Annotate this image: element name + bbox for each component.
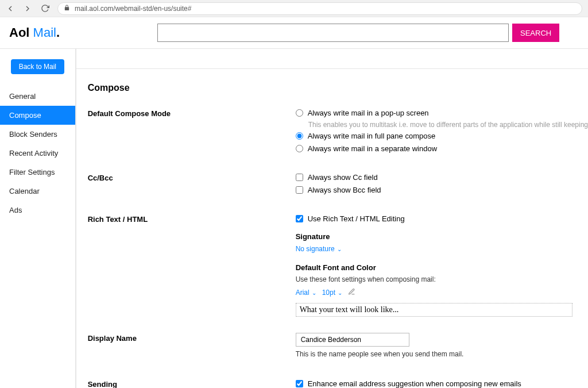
checkbox-enhance-suggestion[interactable]: Enhance email address suggestion when co… bbox=[296, 379, 588, 388]
sidebar-item-block-senders[interactable]: Block Senders bbox=[0, 125, 75, 144]
row-display-name: Display Name This is the name people see… bbox=[88, 333, 588, 363]
browser-toolbar: mail.aol.com/webmail-std/en-us/suite# bbox=[0, 0, 588, 17]
radio-popup-screen[interactable]: Always write mail in a pop-up screen bbox=[296, 108, 588, 118]
signature-heading: Signature bbox=[296, 232, 588, 241]
checkbox-show-bcc[interactable]: Always show Bcc field bbox=[296, 185, 588, 195]
label-ccbcc: Cc/Bcc bbox=[88, 172, 296, 198]
radio-full-pane[interactable]: Always write mail in full pane compose bbox=[296, 131, 588, 141]
display-name-desc: This is the name people see when you sen… bbox=[296, 350, 588, 358]
label-compose-mode: Default Compose Mode bbox=[88, 108, 296, 156]
radio-full-pane-input[interactable] bbox=[296, 132, 303, 140]
url-text: mail.aol.com/webmail-std/en-us/suite# bbox=[75, 5, 191, 13]
row-ccbcc: Cc/Bcc Always show Cc field Always show … bbox=[88, 172, 588, 198]
sidebar-item-calendar[interactable]: Calendar bbox=[0, 182, 75, 201]
sidebar-item-general[interactable]: General bbox=[0, 87, 75, 106]
font-desc: Use these font settings when composing m… bbox=[296, 275, 588, 283]
radio-popup-screen-input[interactable] bbox=[296, 109, 303, 117]
chevron-down-icon: ⌄ bbox=[337, 246, 342, 252]
search-input[interactable] bbox=[157, 24, 509, 42]
row-default-compose-mode: Default Compose Mode Always write mail i… bbox=[88, 108, 588, 156]
chevron-down-icon: ⌄ bbox=[338, 290, 342, 296]
font-preview: What your text will look like... bbox=[296, 303, 572, 317]
search-region: SEARCH bbox=[157, 24, 559, 42]
lock-icon bbox=[64, 5, 70, 13]
app-header: Aol Mail. SEARCH bbox=[0, 17, 588, 49]
sidebar-item-filter-settings[interactable]: Filter Settings bbox=[0, 163, 75, 182]
radio-separate-window-input[interactable] bbox=[296, 145, 303, 152]
reload-icon[interactable] bbox=[40, 4, 49, 13]
forward-arrow-icon[interactable] bbox=[23, 4, 32, 13]
checkbox-show-cc-input[interactable] bbox=[296, 174, 303, 181]
row-sending: Sending Enhance email address suggestion… bbox=[88, 379, 588, 388]
radio-separate-window[interactable]: Always write mail in a separate window bbox=[296, 144, 588, 154]
sidebar-item-compose[interactable]: Compose bbox=[0, 106, 75, 125]
checkbox-enhance-suggestion-input[interactable] bbox=[296, 380, 303, 387]
display-name-input[interactable] bbox=[296, 333, 409, 347]
signature-dropdown[interactable]: No signature ⌄ bbox=[296, 245, 342, 253]
font-name-dropdown[interactable]: Arial ⌄ bbox=[296, 289, 316, 297]
page-title: Compose bbox=[88, 83, 588, 93]
compose-mode-hint: This enables you to multitask i.e. move … bbox=[308, 121, 588, 129]
label-sending: Sending bbox=[88, 379, 296, 388]
row-richtext: Rich Text / HTML Use Rich Text / HTML Ed… bbox=[88, 214, 588, 317]
checkbox-use-richtext[interactable]: Use Rich Text / HTML Editing bbox=[296, 214, 588, 224]
chevron-down-icon: ⌄ bbox=[312, 290, 316, 296]
checkbox-show-cc[interactable]: Always show Cc field bbox=[296, 172, 588, 183]
checkbox-use-richtext-input[interactable] bbox=[296, 215, 303, 222]
pencil-icon[interactable] bbox=[348, 288, 355, 297]
checkbox-show-bcc-input[interactable] bbox=[296, 186, 303, 194]
font-size-dropdown[interactable]: 10pt ⌄ bbox=[322, 289, 342, 297]
sidebar-item-ads[interactable]: Ads bbox=[0, 201, 75, 220]
search-button[interactable]: SEARCH bbox=[512, 24, 559, 42]
back-arrow-icon[interactable] bbox=[6, 4, 15, 13]
settings-content: Compose Default Compose Mode Always writ… bbox=[76, 68, 588, 388]
aol-mail-logo: Aol Mail. bbox=[9, 25, 60, 40]
font-heading: Default Font and Color bbox=[296, 263, 588, 272]
settings-sidebar: Back to Mail General Compose Block Sende… bbox=[0, 49, 76, 388]
back-to-mail-button[interactable]: Back to Mail bbox=[11, 59, 64, 74]
sidebar-item-recent-activity[interactable]: Recent Activity bbox=[0, 144, 75, 163]
label-richtext: Rich Text / HTML bbox=[88, 214, 296, 317]
label-display-name: Display Name bbox=[88, 333, 296, 363]
address-bar[interactable]: mail.aol.com/webmail-std/en-us/suite# bbox=[57, 2, 582, 15]
